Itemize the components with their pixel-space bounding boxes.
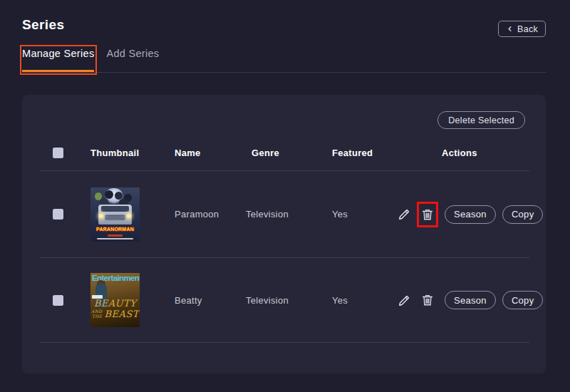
- copy-button[interactable]: Copy: [502, 205, 544, 224]
- thumbnail-beatty: Entertainment BEAUTY ANDTHE BEAST: [90, 273, 140, 327]
- thumbnail-paramoon: PARANORMAN: [90, 187, 140, 242]
- series-page: Series Back Manage Series Add Series Del…: [0, 0, 570, 392]
- poster-title: PARANORMAN: [90, 227, 140, 232]
- cover-title: BEAUTY ANDTHE BEAST: [90, 299, 140, 319]
- column-header-name: Name: [175, 148, 246, 158]
- column-header-genre: Genre: [246, 148, 332, 158]
- back-button[interactable]: Back: [498, 21, 546, 37]
- row-checkbox[interactable]: [53, 295, 63, 306]
- tab-add-series-label: Add Series: [106, 48, 159, 59]
- edit-button[interactable]: [398, 294, 410, 306]
- series-table-card: Delete Selected Thumbnail Name Genre Fea…: [22, 95, 546, 373]
- back-button-label: Back: [517, 24, 538, 34]
- trash-icon: [421, 208, 434, 221]
- pencil-icon: [398, 208, 410, 220]
- page-title: Series: [22, 17, 64, 33]
- poster-character: [115, 192, 123, 200]
- tab-bar: Manage Series Add Series: [22, 47, 546, 73]
- column-header-thumbnail: Thumbnail: [90, 148, 175, 158]
- series-genre: Television: [246, 295, 332, 306]
- season-button[interactable]: Season: [445, 205, 496, 224]
- edit-button[interactable]: [398, 208, 410, 220]
- tab-manage-series-label: Manage Series: [22, 48, 94, 59]
- tab-manage-series[interactable]: Manage Series: [22, 47, 94, 72]
- trash-icon: [421, 294, 434, 306]
- series-name: Beatty: [175, 295, 246, 306]
- table-row-beatty: Entertainment BEAUTY ANDTHE BEAST Beatty…: [41, 258, 529, 343]
- season-button[interactable]: Season: [445, 291, 496, 309]
- row-actions: Season Copy: [398, 287, 543, 313]
- pencil-icon: [398, 294, 410, 306]
- series-genre: Television: [246, 209, 332, 220]
- series-featured: Yes: [332, 295, 398, 306]
- delete-selected-button[interactable]: Delete Selected: [437, 111, 525, 129]
- page-header: Series Back: [0, 0, 570, 37]
- copy-button[interactable]: Copy: [502, 291, 544, 309]
- column-header-featured: Featured: [332, 148, 398, 158]
- select-all-checkbox[interactable]: [53, 148, 63, 158]
- annotation-box-delete-icon: [417, 202, 438, 227]
- row-actions: Season Copy: [398, 202, 543, 227]
- delete-button[interactable]: [421, 208, 434, 221]
- series-featured: Yes: [332, 209, 398, 220]
- poster-character: [105, 190, 113, 199]
- poster-van: [98, 205, 132, 225]
- column-header-actions: Actions: [398, 148, 529, 158]
- series-name: Paramoon: [175, 209, 246, 220]
- card-toolbar: Delete Selected: [41, 111, 529, 129]
- table-header-row: Thumbnail Name Genre Featured Actions: [41, 129, 529, 171]
- chevron-left-icon: [506, 25, 514, 33]
- tab-add-series[interactable]: Add Series: [106, 47, 159, 72]
- row-checkbox[interactable]: [53, 209, 63, 220]
- active-tab-underline: [22, 70, 94, 72]
- delete-button[interactable]: [421, 294, 434, 306]
- table-row-paramoon: PARANORMAN Paramoon Television Yes Seaso…: [41, 171, 529, 258]
